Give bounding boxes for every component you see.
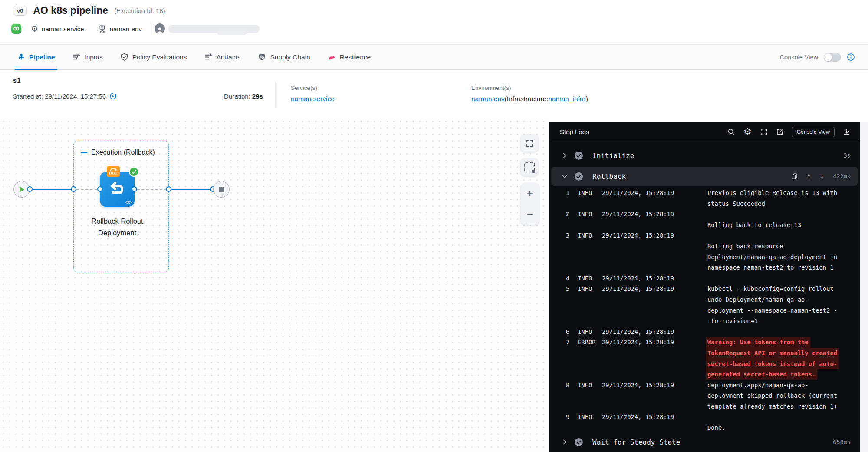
tab-policy-label: Policy Evaluations: [132, 53, 187, 61]
info-icon[interactable]: [847, 53, 855, 61]
step-label-line2: Deployment: [69, 227, 165, 239]
step-success-icon: [575, 152, 583, 160]
group-in-port: [71, 186, 76, 192]
tab-pipeline-label: Pipeline: [29, 53, 55, 61]
log-line: 5INFO29/11/2024, 15:28:19kubectl --kubec…: [549, 284, 853, 294]
infrastructure-link[interactable]: naman_infra: [548, 95, 585, 102]
duration-value: 29s: [252, 92, 263, 100]
console-view-label: Console View: [780, 54, 818, 61]
log-scrollbar[interactable]: [860, 122, 868, 452]
log-line: undo Deployment/naman-qa-ao-: [549, 294, 853, 305]
environment-name: naman env: [110, 25, 142, 33]
settings-gear-icon: ⚙: [31, 25, 38, 33]
policy-shield-icon: [120, 53, 128, 61]
tab-supply-chain[interactable]: Supply Chain: [258, 45, 310, 69]
step-out-port: [132, 186, 137, 192]
log-panel-title: Step Logs: [560, 128, 589, 135]
marquee-select-button[interactable]: [521, 158, 538, 176]
log-line: Deployment/naman-qa-ao-deployment in: [549, 252, 853, 263]
pipeline-icon: [17, 53, 25, 61]
log-section-initialize[interactable]: Initialize 3s: [551, 146, 858, 165]
started-at-text: Started at: 29/11/2024, 15:27:56: [13, 92, 106, 100]
supply-chain-shield-icon: [258, 53, 266, 61]
pipeline-canvas[interactable]: Execution (Rollback) </>: [0, 118, 549, 452]
scroll-to-top-icon[interactable]: ↑: [807, 173, 811, 180]
section-duration: 3s: [844, 152, 851, 159]
marquee-icon: [524, 162, 535, 172]
started-at: Started at: 29/11/2024, 15:27:56: [13, 92, 117, 100]
log-line: 8INFO29/11/2024, 15:28:19deployment.apps…: [549, 380, 853, 391]
section-duration: 658ms: [833, 439, 851, 445]
tab-policy-evaluations[interactable]: Policy Evaluations: [120, 45, 187, 69]
environment-link[interactable]: naman env: [471, 95, 505, 102]
rollback-strategy-badge: [107, 166, 120, 177]
log-line: namespace naman-test2 to revision 1: [549, 262, 853, 273]
log-line: deployment skipped rollback (current: [549, 390, 853, 401]
end-node[interactable]: [213, 181, 230, 198]
service-link[interactable]: naman service: [291, 95, 335, 102]
tab-inputs[interactable]: Inputs: [72, 45, 102, 69]
group-title-label: Execution (Rollback): [91, 148, 155, 156]
fit-to-screen-button[interactable]: [521, 135, 538, 152]
log-line: template already matches revision 1): [549, 401, 853, 412]
search-icon[interactable]: [727, 128, 735, 136]
download-logs-icon[interactable]: [843, 128, 851, 136]
services-label: Service(s): [291, 85, 335, 91]
console-view-button[interactable]: Console View: [792, 127, 835, 137]
tab-resilience[interactable]: Resilience: [328, 45, 371, 69]
execution-history-icon[interactable]: [109, 92, 117, 100]
log-section-rollback[interactable]: Rollback ↑ ↓ 422ms: [551, 167, 858, 186]
step-logs-panel: Step Logs ⚙ Console View: [549, 122, 868, 452]
console-view-toggle[interactable]: [824, 53, 841, 62]
pipeline-title: AO k8s pipeline: [33, 5, 108, 16]
copy-logs-icon[interactable]: [791, 173, 798, 180]
log-settings-gear-icon[interactable]: ⚙: [743, 127, 752, 136]
zoom-out-button[interactable]: −: [527, 209, 533, 220]
log-line: Rolling back resource: [549, 241, 853, 252]
environments-label: Environment(s): [471, 85, 588, 91]
header-divider: [151, 23, 151, 34]
main-area: Execution (Rollback) </>: [0, 118, 868, 452]
service-name: naman service: [42, 25, 84, 33]
edge-start-to-group: [30, 189, 74, 190]
context-row: ⚙ naman service naman env: [11, 23, 260, 35]
collapse-group-icon[interactable]: [81, 152, 87, 153]
step-success-icon: [575, 438, 583, 446]
scroll-to-bottom-icon[interactable]: ↓: [820, 173, 824, 180]
log-line-error: 7ERROR29/11/2024, 15:28:19Warning: Use t…: [549, 337, 853, 348]
environment-icon: [98, 25, 106, 33]
infra-close-paren: ): [586, 95, 588, 102]
edge-group-to-end: [171, 189, 211, 190]
tab-pipeline[interactable]: Pipeline: [17, 45, 55, 69]
group-title: Execution (Rollback): [81, 148, 155, 156]
artifacts-icon: [204, 53, 212, 61]
step-label-line1: Rollback Rollout: [69, 215, 165, 227]
version-badge: v0: [13, 6, 27, 16]
log-section-wait-for-steady-state[interactable]: Wait for Steady State 658ms: [551, 433, 858, 451]
open-external-icon[interactable]: [776, 128, 784, 136]
inputs-icon: [72, 53, 80, 61]
section-name: Initialize: [592, 152, 634, 160]
execution-id: (Execution Id: 18): [114, 7, 165, 14]
tab-inputs-label: Inputs: [84, 53, 102, 61]
page-header: v0 AO k8s pipeline (Execution Id: 18) ⚙ …: [0, 0, 868, 44]
toggle-knob: [824, 53, 832, 61]
log-line: deployment --namespace=naman-test2 -: [549, 305, 853, 316]
expand-fullscreen-icon[interactable]: [760, 128, 768, 136]
log-line-error: generated secret-based tokens.: [549, 369, 853, 380]
tab-artifacts-label: Artifacts: [216, 53, 240, 61]
environments-column: Environment(s) naman env(Infrastructure:…: [471, 85, 588, 103]
start-node-out-port: [27, 186, 33, 192]
zoom-in-button[interactable]: +: [527, 188, 533, 199]
zoom-controls: + −: [521, 183, 539, 225]
log-lines[interactable]: 1INFO29/11/2024, 15:28:19Previous eligib…: [549, 188, 853, 433]
tab-bar: Pipeline Inputs Policy Evaluations Artif…: [0, 44, 868, 70]
redacted-user-email: [168, 25, 260, 33]
log-line: 4INFO29/11/2024, 15:28:19: [549, 273, 853, 284]
step-in-port: [97, 186, 103, 192]
rollback-rollout-step-node[interactable]: </>: [100, 172, 135, 207]
group-out-port: [166, 186, 171, 192]
stage-summary-bar: s1 Started at: 29/11/2024, 15:27:56 Dura…: [0, 70, 868, 119]
tab-artifacts[interactable]: Artifacts: [204, 45, 240, 69]
duration-label: Duration:: [224, 92, 250, 100]
